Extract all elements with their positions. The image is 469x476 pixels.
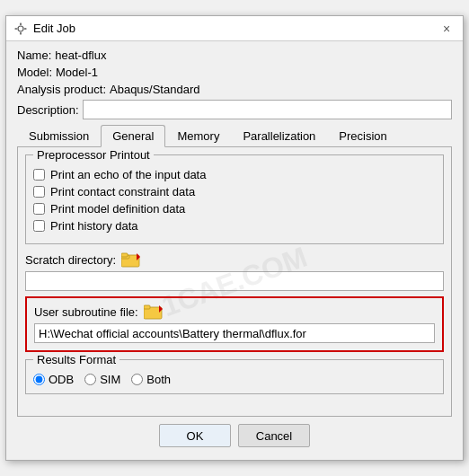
folder-icon-svg xyxy=(121,251,141,268)
checkbox-row-3: Print history data xyxy=(33,219,436,233)
tab-parallelization[interactable]: Parallelization xyxy=(231,125,327,147)
tab-submission[interactable]: Submission xyxy=(17,125,101,147)
checkbox-history-label: Print history data xyxy=(50,219,138,233)
title-bar: Edit Job × xyxy=(6,16,463,41)
tab-content-general: 1CAE.COM Preprocessor Printout Print an … xyxy=(17,147,452,417)
results-group: Results Format ODB SIM Both xyxy=(25,359,444,394)
checkbox-row-0: Print an echo of the input data xyxy=(33,168,436,181)
edit-job-icon xyxy=(13,22,28,36)
subroutine-folder-icon[interactable] xyxy=(144,304,164,320)
analysis-label: Analysis product: xyxy=(17,83,106,96)
svg-rect-2 xyxy=(20,32,22,35)
checkbox-model-def[interactable] xyxy=(33,203,45,215)
checkbox-echo[interactable] xyxy=(33,169,45,181)
ok-button[interactable]: OK xyxy=(159,424,231,447)
name-value: heat-dflux xyxy=(55,48,106,62)
tab-memory[interactable]: Memory xyxy=(165,125,231,147)
scratch-label: Scratch directory: xyxy=(25,253,116,267)
svg-point-0 xyxy=(18,26,23,31)
radio-row: ODB SIM Both xyxy=(33,373,436,386)
scratch-row: Scratch directory: xyxy=(25,251,444,268)
title-bar-left: Edit Job xyxy=(13,22,75,36)
radio-odb-label: ODB xyxy=(49,373,74,386)
preprocessor-group: Preprocessor Printout Print an echo of t… xyxy=(25,154,444,244)
analysis-value: Abaqus/Standard xyxy=(110,83,199,96)
dialog-body: Name: heat-dflux Model: Model-1 Analysis… xyxy=(6,41,463,460)
edit-job-dialog: Edit Job × Name: heat-dflux Model: Model… xyxy=(5,15,464,461)
name-label: Name: xyxy=(17,48,51,62)
checkbox-row-1: Print contact constraint data xyxy=(33,185,436,198)
close-button[interactable]: × xyxy=(438,20,456,38)
svg-rect-7 xyxy=(121,253,128,257)
tab-precision[interactable]: Precision xyxy=(327,125,398,147)
description-row: Description: xyxy=(17,100,452,119)
subroutine-input[interactable] xyxy=(34,323,435,343)
svg-rect-10 xyxy=(144,305,150,309)
svg-rect-4 xyxy=(24,28,27,30)
tab-general[interactable]: General xyxy=(101,125,165,147)
checkbox-row-2: Print model definition data xyxy=(33,202,436,216)
subroutine-section: User subroutine file: xyxy=(25,296,444,352)
name-row: Name: heat-dflux xyxy=(17,48,452,62)
radio-both[interactable] xyxy=(131,374,143,385)
subroutine-folder-icon-svg xyxy=(144,304,164,320)
checkbox-model-def-label: Print model definition data xyxy=(50,202,185,216)
model-value: Model-1 xyxy=(56,66,98,79)
radio-sim-label: SIM xyxy=(100,373,120,386)
svg-rect-3 xyxy=(15,28,18,30)
radio-sim[interactable] xyxy=(84,374,96,385)
svg-rect-1 xyxy=(20,22,22,25)
subroutine-label-row: User subroutine file: xyxy=(34,304,435,320)
model-label: Model: xyxy=(17,66,52,79)
dialog-title: Edit Job xyxy=(33,22,75,35)
description-input[interactable] xyxy=(83,100,452,119)
scratch-input[interactable] xyxy=(25,271,444,291)
analysis-row: Analysis product: Abaqus/Standard xyxy=(17,83,452,96)
model-row: Model: Model-1 xyxy=(17,66,452,79)
checkbox-contact[interactable] xyxy=(33,186,45,198)
checkbox-history[interactable] xyxy=(33,220,45,232)
button-row: OK Cancel xyxy=(17,417,452,453)
results-group-title: Results Format xyxy=(33,353,119,366)
subroutine-label: User subroutine file: xyxy=(34,305,138,319)
cancel-button[interactable]: Cancel xyxy=(238,424,310,447)
description-label: Description: xyxy=(17,103,79,117)
scratch-folder-icon[interactable] xyxy=(121,251,141,268)
radio-both-label: Both xyxy=(146,373,171,386)
tabs-bar: Submission General Memory Parallelizatio… xyxy=(17,125,452,147)
preprocessor-group-title: Preprocessor Printout xyxy=(33,148,154,162)
checkbox-echo-label: Print an echo of the input data xyxy=(50,168,206,181)
title-icon-svg xyxy=(14,22,27,35)
checkbox-contact-label: Print contact constraint data xyxy=(50,185,195,198)
radio-odb[interactable] xyxy=(33,374,45,385)
